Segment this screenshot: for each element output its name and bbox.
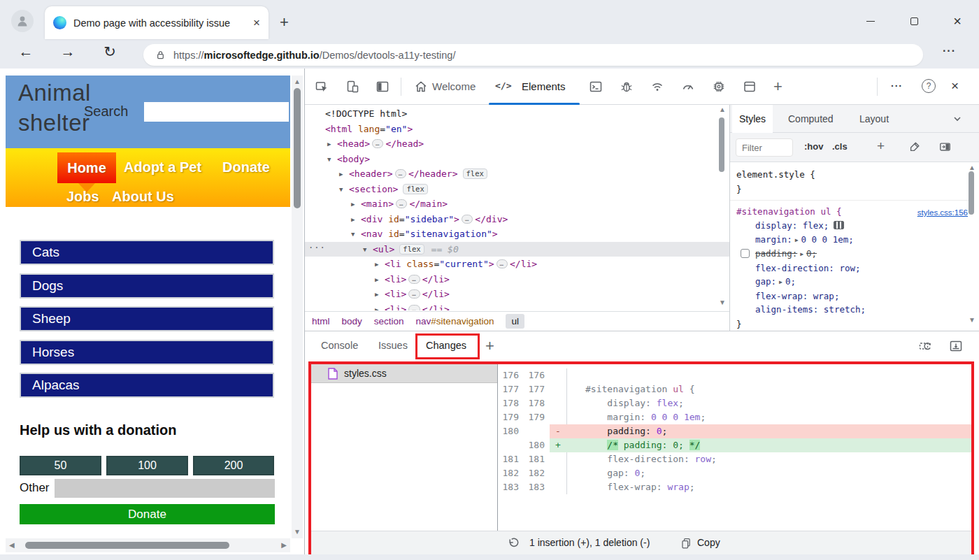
collapsed-arrow-icon[interactable]: ▶ [375, 303, 385, 310]
network-wifi-icon[interactable] [650, 80, 664, 94]
node-menu-icon[interactable]: ··· [308, 240, 326, 256]
ellipsis-expander-icon[interactable]: … [496, 259, 508, 268]
reload-button[interactable]: ↻ [99, 43, 120, 60]
expand-shorthand-icon[interactable]: ▶ [779, 275, 783, 289]
ellipsis-expander-icon[interactable]: … [395, 169, 406, 178]
revert-changes-icon[interactable] [506, 536, 520, 550]
dom-tree-row[interactable]: ▼<body> [305, 152, 729, 167]
chevron-down-icon[interactable] [952, 115, 962, 123]
other-amount-input[interactable] [55, 479, 275, 498]
dom-tree-row[interactable]: <!DOCTYPE html> [305, 106, 729, 122]
inspect-element-icon[interactable] [315, 80, 329, 94]
expand-shorthand-icon[interactable]: ▶ [800, 247, 803, 261]
new-tab-button[interactable]: + [280, 15, 289, 29]
nav-item-home[interactable]: Home [57, 152, 116, 183]
dom-tree-row[interactable]: ▶<header>…</header>flex [305, 166, 729, 182]
dom-tree-row[interactable]: ▶<li>…</li> [305, 287, 729, 302]
scroll-up-icon[interactable]: ▲ [969, 164, 976, 171]
dock-side-icon[interactable] [376, 80, 390, 94]
css-property-flex-direction[interactable]: flex-direction: row; [736, 261, 971, 275]
dom-tree-row[interactable]: ···▼<ul>flex== $0 [305, 242, 729, 257]
ellipsis-expander-icon[interactable]: … [408, 305, 420, 310]
device-emulation-icon[interactable] [345, 80, 359, 94]
dom-scroll-thumb[interactable] [719, 117, 724, 172]
window-minimize-button[interactable] [860, 13, 881, 29]
styles-scroll-thumb[interactable] [969, 171, 974, 215]
dom-tree-row[interactable]: ▶<div id="sidebar">…</div> [305, 212, 729, 227]
css-property-display[interactable]: display: flex; [736, 219, 971, 233]
amount-button-200[interactable]: 200 [193, 456, 274, 475]
collapsed-arrow-icon[interactable]: ▶ [351, 213, 361, 228]
home-icon[interactable] [414, 80, 428, 94]
expanded-arrow-icon[interactable]: ▼ [351, 227, 361, 243]
pseudo-state-toggle[interactable]: :hov [804, 141, 823, 152]
css-property-align-items[interactable]: align-items: stretch; [736, 303, 971, 317]
amount-button-50[interactable]: 50 [20, 456, 101, 475]
vertical-scroll-thumb[interactable] [294, 88, 301, 208]
tab-layout[interactable]: Layout [859, 105, 889, 133]
breadcrumb-section[interactable]: section [374, 316, 404, 326]
tab-close-icon[interactable]: × [253, 17, 260, 29]
expanded-arrow-icon[interactable]: ▼ [327, 152, 337, 168]
back-button[interactable]: ← [15, 43, 36, 60]
property-checkbox[interactable] [741, 249, 750, 258]
breadcrumb-html[interactable]: html [312, 316, 330, 326]
reload-required-icon[interactable] [918, 339, 932, 353]
copy-button[interactable]: Copy [697, 537, 720, 548]
memory-chip-icon[interactable] [712, 80, 726, 94]
drawer-tab-issues[interactable]: Issues [378, 340, 408, 351]
window-maximize-button[interactable] [903, 13, 924, 29]
nav-item-jobs[interactable]: Jobs [66, 189, 99, 205]
forward-button[interactable]: → [57, 43, 78, 60]
flex-badge[interactable]: flex [399, 244, 424, 254]
devtools-close-button[interactable]: × [951, 78, 959, 94]
ellipsis-expander-icon[interactable]: … [372, 139, 383, 148]
collapsed-arrow-icon[interactable]: ▶ [327, 137, 337, 152]
amount-button-100[interactable]: 100 [106, 456, 188, 475]
more-tools-plus-icon[interactable]: + [773, 78, 783, 96]
scroll-down-icon[interactable]: ▼ [294, 529, 301, 536]
nav-item-donate[interactable]: Donate [222, 159, 270, 175]
collapsed-arrow-icon[interactable]: ▶ [375, 257, 385, 273]
expanded-arrow-icon[interactable]: ▼ [339, 182, 349, 198]
browser-menu-button[interactable]: ··· [943, 45, 956, 57]
horizontal-scroll-thumb[interactable] [25, 542, 229, 549]
scroll-up-icon[interactable]: ▲ [294, 78, 301, 85]
profile-avatar[interactable] [11, 10, 34, 32]
breadcrumb-ul-current[interactable]: ul [506, 314, 524, 329]
page-vertical-scrollbar[interactable]: ▲ ▼ [292, 76, 303, 538]
scroll-down-icon[interactable]: ▼ [969, 317, 976, 324]
dom-tree-row[interactable]: <html lang="en"> [305, 122, 729, 137]
css-property-margin[interactable]: margin:▶0 0 0 1em; [736, 233, 971, 247]
css-property-padding-disabled[interactable]: padding:▶0; [736, 247, 971, 261]
collapsed-arrow-icon[interactable]: ▶ [339, 167, 349, 182]
sidebar-button-dogs[interactable]: Dogs [20, 273, 274, 299]
dom-tree-scrollbar[interactable]: ▲ ▼ [717, 106, 727, 309]
page-horizontal-scrollbar[interactable]: ◀ ▶ [6, 538, 290, 552]
collapsed-arrow-icon[interactable]: ▶ [351, 197, 361, 213]
dom-tree-row[interactable]: ▼<nav id="sitenavigation"> [305, 227, 729, 242]
address-bar[interactable]: https://microsoftedge.github.io/Demos/de… [143, 44, 923, 66]
styles-scrollbar[interactable]: ▲ ▼ [966, 105, 976, 331]
tab-elements[interactable]: Elements [522, 80, 566, 92]
collapsed-arrow-icon[interactable]: ▶ [375, 273, 385, 288]
tab-styles[interactable]: Styles [732, 105, 773, 133]
scroll-down-icon[interactable]: ▼ [719, 299, 726, 306]
console-panel-icon[interactable] [589, 80, 603, 94]
css-property-gap[interactable]: gap:▶0; [736, 275, 971, 289]
dom-tree-row[interactable]: ▼<section>flex [305, 182, 729, 197]
sidebar-button-alpacas[interactable]: Alpacas [20, 373, 274, 398]
breadcrumb-body[interactable]: body [342, 316, 362, 326]
debugger-bug-icon[interactable] [620, 80, 634, 94]
performance-gauge-icon[interactable] [681, 80, 695, 94]
changed-file-item[interactable]: styles.css [311, 364, 497, 383]
drawer-tab-console[interactable]: Console [321, 340, 358, 351]
flex-editor-icon[interactable] [834, 221, 844, 229]
scroll-left-icon[interactable]: ◀ [9, 542, 15, 549]
customize-devtools-icon[interactable]: ··· [891, 80, 903, 92]
donate-button[interactable]: Donate [20, 504, 275, 524]
scroll-right-icon[interactable]: ▶ [281, 542, 287, 549]
sidebar-button-cats[interactable]: Cats [20, 240, 274, 265]
collapsed-arrow-icon[interactable]: ▶ [375, 287, 385, 303]
computed-sidebar-toggle-icon[interactable] [938, 141, 952, 153]
